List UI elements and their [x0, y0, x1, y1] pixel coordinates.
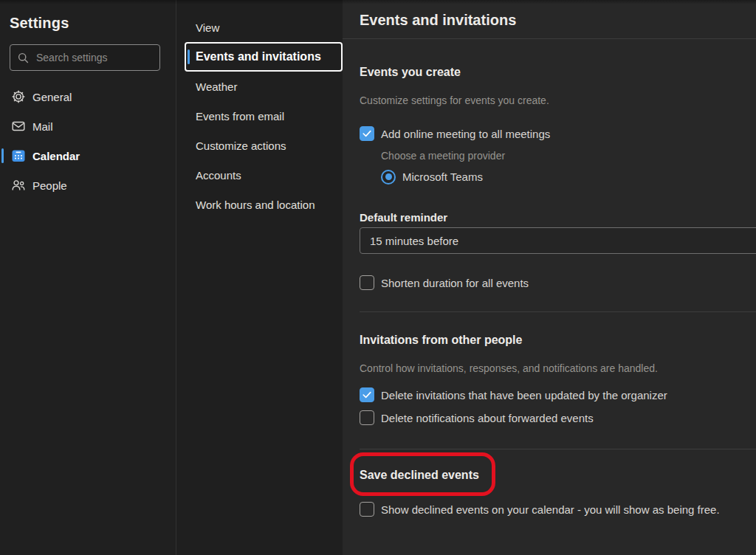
header-divider: [343, 38, 756, 39]
checkbox-show-declined[interactable]: [360, 502, 374, 517]
subnav-item-work-hours[interactable]: Work hours and location: [176, 190, 343, 219]
checkbox-delete-updated[interactable]: [360, 387, 374, 402]
settings-sidebar: Settings: [0, 0, 176, 555]
section-divider: [360, 449, 756, 449]
sidebar-item-mail[interactable]: Mail: [0, 111, 176, 141]
sidebar-item-label: Calendar: [32, 150, 80, 162]
subnav-item-label: View: [196, 21, 219, 34]
checkbox-row-delete-updated[interactable]: Delete invitations that have been update…: [360, 387, 756, 402]
search-settings-input[interactable]: [35, 51, 152, 64]
section-divider: [360, 311, 756, 312]
subnav-item-label: Weather: [196, 80, 237, 93]
checkbox-label: Delete notifications about forwarded eve…: [381, 412, 594, 424]
gear-icon: [11, 89, 26, 104]
checkbox-row-add-online-meeting[interactable]: Add online meeting to all meetings: [360, 126, 756, 141]
subnav-item-weather[interactable]: Weather: [176, 72, 343, 101]
default-reminder-select[interactable]: 15 minutes before: [360, 227, 756, 254]
checkbox-label: Add online meeting to all meetings: [381, 128, 550, 140]
page-title: Events and invitations: [360, 12, 756, 29]
section-heading-invitations: Invitations from other people: [360, 332, 756, 348]
people-icon: [11, 178, 26, 193]
subnav-item-label: Customize actions: [196, 139, 286, 152]
sidebar-nav: General Mail: [0, 82, 176, 200]
radio-row-microsoft-teams[interactable]: Microsoft Teams: [381, 169, 756, 185]
calendar-icon: [11, 148, 26, 163]
checkmark-icon: [362, 130, 371, 137]
calendar-subnav: View Events and invitations Weather Even…: [176, 0, 343, 555]
settings-content: Events and invitations Events you create…: [343, 0, 756, 555]
checkbox-label: Delete invitations that have been update…: [381, 389, 667, 401]
checkbox-add-online-meeting[interactable]: [360, 126, 374, 141]
sidebar-item-people[interactable]: People: [0, 170, 176, 200]
selection-indicator: [188, 49, 190, 64]
subnav-item-label: Events and invitations: [196, 50, 321, 63]
sidebar-item-general[interactable]: General: [0, 82, 176, 111]
checkbox-delete-forwarded[interactable]: [360, 410, 374, 425]
checkbox-row-delete-forwarded[interactable]: Delete notifications about forwarded eve…: [360, 410, 756, 425]
sidebar-item-calendar[interactable]: Calendar: [0, 141, 176, 170]
default-reminder-value: 15 minutes before: [370, 235, 458, 247]
checkbox-label: Show declined events on your calendar - …: [381, 503, 720, 516]
selection-indicator: [1, 148, 4, 163]
sidebar-item-label: Mail: [32, 120, 53, 133]
search-icon: [18, 52, 29, 63]
section-description: Control how invitations, responses, and …: [360, 362, 756, 376]
sidebar-item-label: People: [32, 179, 67, 192]
search-settings-box[interactable]: [10, 44, 160, 71]
save-declined-section: Save declined events: [360, 467, 479, 483]
default-reminder-label: Default reminder: [360, 211, 756, 224]
section-description: Customize settings for events you create…: [360, 94, 756, 108]
subnav-item-label: Work hours and location: [196, 199, 315, 211]
subnav-item-label: Accounts: [196, 169, 241, 182]
radio-microsoft-teams[interactable]: [381, 170, 396, 185]
subnav-item-label: Events from email: [196, 110, 284, 123]
subnav-item-accounts[interactable]: Accounts: [176, 160, 343, 190]
subnav-item-events-and-invitations[interactable]: Events and invitations: [185, 42, 343, 72]
section-heading-events-you-create: Events you create: [360, 64, 756, 80]
settings-title: Settings: [10, 15, 176, 32]
mail-icon: [11, 119, 26, 134]
checkmark-icon: [362, 391, 371, 399]
section-heading-save-declined: Save declined events: [360, 467, 479, 483]
subnav-item-events-from-email[interactable]: Events from email: [176, 101, 343, 131]
provider-label: Choose a meeting provider: [381, 150, 756, 162]
checkbox-row-show-declined[interactable]: Show declined events on your calendar - …: [360, 502, 756, 517]
settings-window: Settings: [0, 0, 756, 555]
subnav-item-customize-actions[interactable]: Customize actions: [176, 131, 343, 160]
checkbox-shorten-duration[interactable]: [360, 275, 374, 290]
radio-label: Microsoft Teams: [402, 170, 483, 183]
sidebar-item-label: General: [32, 91, 72, 103]
checkbox-row-shorten-duration[interactable]: Shorten duration for all events: [360, 275, 756, 290]
radio-dot: [385, 173, 392, 180]
checkbox-label: Shorten duration for all events: [381, 277, 529, 289]
subnav-item-view[interactable]: View: [176, 13, 343, 42]
